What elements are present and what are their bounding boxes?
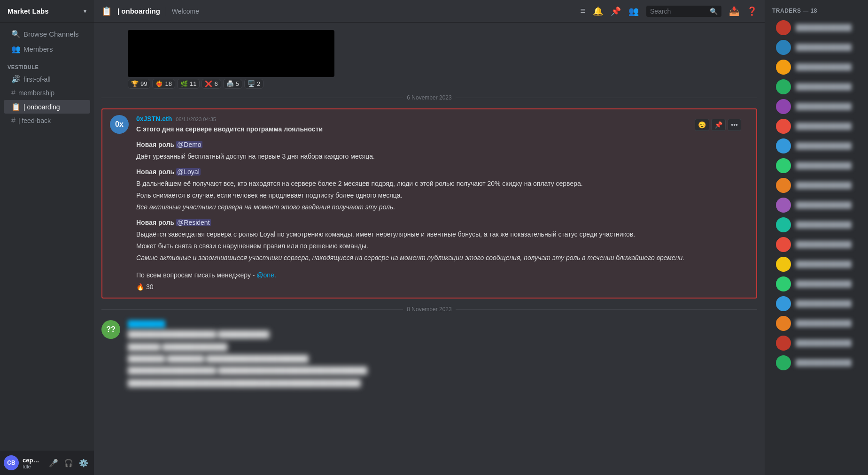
trader-item-10[interactable]: ████████████ bbox=[768, 196, 864, 215]
search-icon: 🔍 bbox=[710, 8, 718, 15]
trader-avatar-3 bbox=[776, 60, 791, 75]
pin-message-button[interactable]: 📌 bbox=[711, 119, 726, 131]
search-input[interactable] bbox=[650, 8, 707, 15]
reaction-monitor[interactable]: 🖥️ 2 bbox=[244, 79, 264, 89]
reaction-fire-heart[interactable]: ❤️‍🔥 18 bbox=[152, 79, 175, 89]
trader-avatar-13 bbox=[776, 257, 791, 272]
trader-item-9[interactable]: ████████████ bbox=[768, 176, 864, 195]
search-box[interactable]: 🔍 bbox=[646, 6, 721, 17]
onboarding-icon: 📋 bbox=[11, 102, 21, 111]
video-embed bbox=[128, 30, 757, 77]
trader-avatar-4 bbox=[776, 79, 791, 94]
channel-item-onboarding[interactable]: 📋 | onboarding bbox=[4, 100, 90, 114]
trader-item-6[interactable]: ████████████ bbox=[768, 117, 864, 136]
role-demo-label: Новая роль bbox=[136, 141, 176, 148]
trader-avatar-15 bbox=[776, 296, 791, 311]
trader-item-4[interactable]: ████████████ bbox=[768, 77, 864, 96]
reaction-count-2: 11 bbox=[190, 80, 196, 87]
trader-item-7[interactable]: ████████████ bbox=[768, 137, 864, 155]
inbox-icon[interactable]: 📥 bbox=[729, 6, 739, 16]
pin-icon[interactable]: 📌 bbox=[611, 6, 621, 16]
blurred-text: ███████████████████ ███████████ ███████ … bbox=[128, 329, 757, 388]
mention-demo[interactable]: @Demo bbox=[176, 141, 202, 148]
avatar-initials: СВ bbox=[7, 460, 15, 466]
user-status: Idle bbox=[23, 464, 43, 469]
trader-name-17: ████████████ bbox=[796, 339, 852, 347]
video-player[interactable] bbox=[128, 30, 334, 77]
trader-item-12[interactable]: ████████████ bbox=[768, 235, 864, 254]
trader-name-18: ████████████ bbox=[796, 359, 852, 367]
channel-header: 📋 | onboarding Welcome ≡ 🔔 📌 👥 🔍 📥 ❓ bbox=[94, 0, 765, 23]
headphones-icon[interactable]: 🎧 bbox=[62, 457, 75, 469]
trader-name-16: ████████████ bbox=[796, 320, 852, 327]
message-body: С этого дня на сервере вводится программ… bbox=[136, 124, 749, 292]
role-resident-desc1: Выдаётся завсегдатая сервера с ролью Loy… bbox=[136, 230, 749, 239]
mention-loyal[interactable]: @Loyal bbox=[176, 168, 201, 176]
trader-avatar-17 bbox=[776, 336, 791, 351]
blurred-line-4: ███████████████████ ████████████████████… bbox=[128, 366, 757, 375]
highlighted-message: 0x 0xJSTN.eth 06/11/2023 04:35 С этого д… bbox=[101, 108, 757, 299]
trader-item-15[interactable]: ████████████ bbox=[768, 294, 864, 313]
threads-icon[interactable]: ≡ bbox=[580, 6, 585, 16]
channel-item-first-of-all[interactable]: 🔊 first-of-all bbox=[4, 72, 90, 86]
sidebar-item-browse-channels[interactable]: 🔍 Browse Channels bbox=[4, 27, 90, 41]
role-loyal-desc3: Все активные участники сервера на момент… bbox=[136, 202, 749, 212]
members-label: Members bbox=[23, 45, 53, 53]
trader-item-17[interactable]: ████████████ bbox=[768, 334, 864, 352]
footer-mention[interactable]: @one. bbox=[256, 271, 276, 279]
channel-item-feed-back[interactable]: # | feed-back bbox=[4, 114, 90, 127]
user-info: серый волк Idle bbox=[23, 457, 43, 469]
reaction-emoji-3: ❌ bbox=[205, 80, 212, 87]
role-loyal-header: Новая роль @Loyal bbox=[136, 167, 749, 177]
blurred-author: ████████ bbox=[128, 320, 165, 328]
trader-name-12: ████████████ bbox=[796, 241, 852, 248]
trader-item-3[interactable]: ████████████ bbox=[768, 58, 864, 77]
trader-item-14[interactable]: ████████████ bbox=[768, 275, 864, 293]
mention-resident[interactable]: @Resident bbox=[176, 219, 210, 226]
reaction-x[interactable]: ❌ 6 bbox=[202, 79, 221, 89]
message-actions: 😊 📌 ••• bbox=[695, 119, 741, 131]
trader-item-5[interactable]: ████████████ bbox=[768, 97, 864, 116]
trader-item-18[interactable]: ████████████ bbox=[768, 353, 864, 372]
date-label-1: 6 November 2023 bbox=[407, 94, 451, 101]
footer-text: По всем вопросам писать менеджеру - bbox=[136, 271, 256, 279]
trader-avatar-10 bbox=[776, 198, 791, 213]
role-loyal-label: Новая роль bbox=[136, 168, 176, 176]
sidebar-item-members[interactable]: 👥 Members bbox=[4, 42, 90, 56]
reaction-leaf[interactable]: 🌿 11 bbox=[177, 79, 200, 89]
blurred-line-2: ███████ ██████████████ bbox=[128, 342, 757, 352]
traders-sidebar: TRADERS — 18 ████████████ ████████████ █… bbox=[765, 0, 868, 475]
trader-item-8[interactable]: ████████████ bbox=[768, 156, 864, 175]
hash-icon-2: # bbox=[11, 116, 16, 125]
trader-item[interactable]: ████████████ bbox=[768, 18, 864, 37]
avatar: СВ bbox=[4, 455, 19, 470]
notifications-icon[interactable]: 🔔 bbox=[593, 6, 603, 16]
message-intro: С этого дня на сервере вводится программ… bbox=[136, 124, 749, 134]
more-options-button[interactable]: ••• bbox=[728, 119, 741, 131]
role-demo-desc: Даёт урезанный бесплатный доступ на перв… bbox=[136, 152, 749, 161]
trader-name-8: ████████████ bbox=[796, 162, 852, 169]
trader-name-2: ████████████ bbox=[796, 44, 852, 51]
reaction-trophy[interactable]: 🏆 99 bbox=[128, 79, 150, 89]
server-header[interactable]: Market Labs ▾ bbox=[0, 0, 94, 23]
channel-label-onboarding: | onboarding bbox=[23, 103, 60, 111]
blurred-header: ████████ bbox=[128, 320, 757, 328]
sidebar: Market Labs ▾ 🔍 Browse Channels 👥 Member… bbox=[0, 0, 94, 475]
members-icon[interactable]: 👥 bbox=[628, 6, 639, 16]
user-panel: СВ серый волк Idle 🎤 🎧 ⚙️ bbox=[0, 451, 94, 475]
trader-avatar-11 bbox=[776, 217, 791, 232]
sidebar-nav: 🔍 Browse Channels 👥 Members VESTIBULE 🔊 … bbox=[0, 23, 94, 451]
trader-avatar-2 bbox=[776, 40, 791, 55]
mic-icon[interactable]: 🎤 bbox=[47, 457, 60, 469]
date-separator-2: 8 November 2023 bbox=[94, 302, 765, 316]
channel-item-membership[interactable]: # membership bbox=[4, 86, 90, 100]
trader-item-13[interactable]: ████████████ bbox=[768, 255, 864, 274]
trader-item-11[interactable]: ████████████ bbox=[768, 215, 864, 234]
trader-item-16[interactable]: ████████████ bbox=[768, 314, 864, 333]
reaction-printer[interactable]: 🖨️ 5 bbox=[223, 79, 242, 89]
emoji-reaction-button[interactable]: 😊 bbox=[695, 119, 709, 131]
settings-icon[interactable]: ⚙️ bbox=[77, 457, 90, 469]
help-icon[interactable]: ❓ bbox=[747, 6, 757, 16]
message-author[interactable]: 0xJSTN.eth bbox=[136, 115, 172, 123]
trader-item-2[interactable]: ████████████ bbox=[768, 38, 864, 57]
